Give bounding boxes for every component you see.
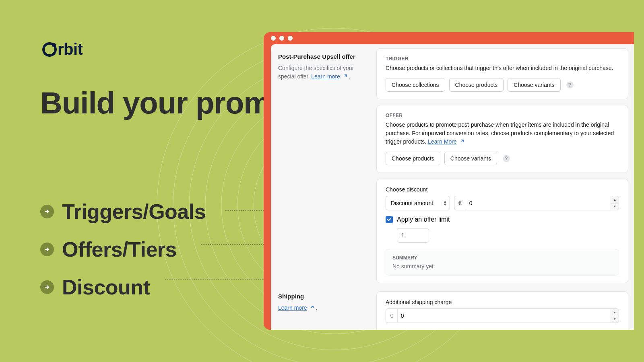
choose-variants-button[interactable]: Choose variants	[508, 78, 560, 92]
brand-text: rbit	[58, 40, 83, 58]
currency-prefix: €	[454, 196, 466, 210]
stepper-down[interactable]: ▼	[611, 204, 619, 210]
shipping-field[interactable]	[398, 309, 611, 323]
discount-type-select[interactable]: Discount amount ▴▾	[386, 196, 450, 210]
amount-field[interactable]	[466, 196, 611, 210]
field-label: Additional shipping charge	[386, 299, 619, 305]
app-body: Post-Purchase Upsell offer Configure the…	[271, 44, 634, 330]
help-icon[interactable]: ?	[503, 155, 510, 162]
left-column: Post-Purchase Upsell offer Configure the…	[271, 44, 376, 283]
shipping-section: Shipping Learn more . Additional shippin…	[271, 287, 634, 330]
close-dot-icon[interactable]	[271, 36, 276, 41]
offer-limit-checkbox[interactable]	[386, 216, 393, 223]
summary-box: SUMMARY No summary yet.	[386, 249, 619, 276]
learn-more-link[interactable]: Learn more	[278, 304, 307, 311]
choose-products-button[interactable]: Choose products	[449, 78, 504, 92]
trigger-card: TRIGGER Choose products or collections t…	[376, 48, 628, 99]
maximize-dot-icon[interactable]	[288, 36, 293, 41]
help-icon[interactable]: ?	[566, 81, 574, 88]
summary-title: SUMMARY	[392, 255, 612, 261]
learn-more-link[interactable]: Learn More	[428, 138, 457, 145]
feature-offers: Offers/Tiers	[40, 237, 206, 261]
card-desc: Choose products to promote post-purchase…	[386, 121, 619, 146]
chevron-updown-icon: ▴▾	[444, 200, 446, 206]
feature-label: Offers/Tiers	[62, 237, 177, 261]
discount-amount-input[interactable]: € ▲ ▼	[454, 196, 619, 210]
card-label: TRIGGER	[386, 56, 619, 62]
limit-field[interactable]	[397, 228, 429, 242]
offer-card: OFFER Choose products to promote post-pu…	[376, 105, 628, 173]
panel-desc: Configure the specifics of your special …	[278, 64, 369, 81]
choose-variants-button[interactable]: Choose variants	[444, 152, 497, 165]
arrow-right-icon	[40, 243, 54, 256]
titlebar	[264, 32, 634, 44]
external-link-icon	[460, 138, 464, 142]
shipping-title: Shipping	[278, 293, 369, 300]
feature-label: Triggers/Goals	[62, 200, 206, 224]
learn-more-link[interactable]: Learn more	[311, 73, 340, 80]
stepper-up[interactable]: ▲	[611, 309, 619, 316]
currency-prefix: €	[386, 309, 398, 323]
orbit-o-icon	[42, 42, 57, 57]
choose-products-button[interactable]: Choose products	[386, 152, 440, 165]
offer-limit-label: Apply an offer limit	[397, 216, 450, 223]
stepper-up[interactable]: ▲	[611, 196, 619, 204]
arrow-right-icon	[40, 280, 54, 294]
shipping-card: Additional shipping charge € ▲ ▼	[376, 291, 628, 330]
card-desc: Choose products or collections that trig…	[386, 64, 619, 72]
stepper-down[interactable]: ▼	[611, 316, 619, 323]
choose-collections-button[interactable]: Choose collections	[386, 78, 445, 92]
app-window: Post-Purchase Upsell offer Configure the…	[264, 32, 634, 330]
feature-label: Discount	[62, 275, 150, 299]
discount-card: Choose discount Discount amount ▴▾ € ▲	[376, 179, 628, 283]
field-label: Choose discount	[386, 186, 619, 193]
shipping-charge-input[interactable]: € ▲ ▼	[386, 309, 619, 323]
external-link-icon	[310, 304, 314, 308]
external-link-icon	[343, 72, 347, 77]
card-label: OFFER	[386, 113, 619, 118]
offer-limit-input[interactable]: ▲ ▼	[397, 228, 429, 243]
summary-text: No summary yet.	[392, 263, 612, 269]
feature-triggers: Triggers/Goals	[40, 200, 206, 224]
panel-title: Post-Purchase Upsell offer	[278, 53, 369, 60]
arrow-right-icon	[40, 205, 54, 218]
brand-logo: rbit	[42, 40, 83, 58]
feature-discount: Discount	[40, 275, 206, 299]
feature-list: Triggers/Goals Offers/Tiers Discount	[40, 200, 206, 313]
minimize-dot-icon[interactable]	[279, 36, 284, 41]
right-column: TRIGGER Choose products or collections t…	[376, 44, 634, 283]
